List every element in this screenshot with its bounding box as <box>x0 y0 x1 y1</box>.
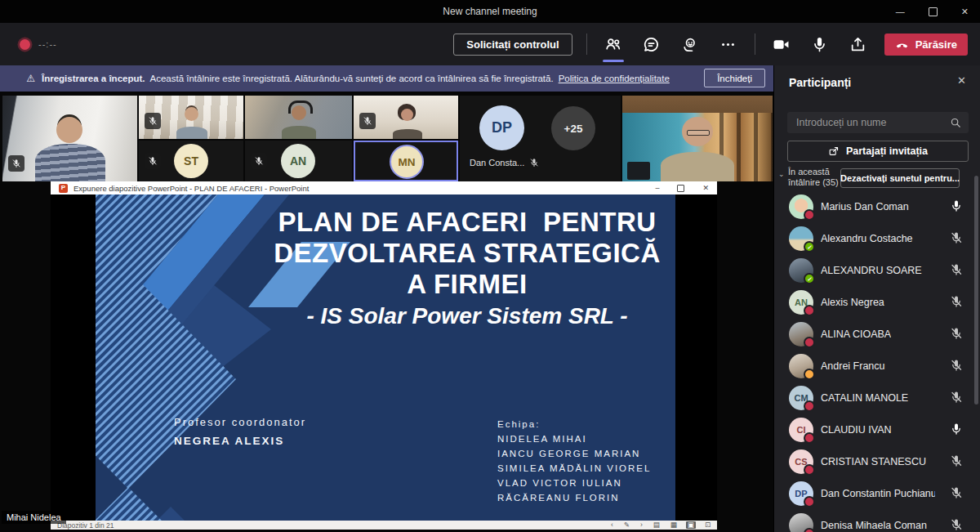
participant-row[interactable]: ✓ Alexandru Costache <box>774 222 980 254</box>
section-label: În această întâlnire (35) <box>788 167 839 188</box>
participant-name-label: Dan Consta... <box>470 158 524 168</box>
ppt-minimize-icon[interactable]: ‒ <box>655 185 659 192</box>
meeting-toolbar: --:-- Solicitați controlul <box>0 23 980 65</box>
avatar: ✓ <box>789 258 813 283</box>
participant-search[interactable] <box>787 112 969 133</box>
leave-button[interactable]: Părăsire <box>884 34 968 56</box>
mic-muted-icon[interactable] <box>950 359 963 372</box>
reactions-icon[interactable] <box>678 29 702 59</box>
maximize-icon[interactable] <box>929 7 938 16</box>
powerpoint-titlebar[interactable]: P Expunere diapozitive PowerPoint - PLAN… <box>51 181 717 194</box>
avatar: DP <box>479 105 524 150</box>
mic-muted-icon[interactable] <box>950 454 963 467</box>
status-busy-icon <box>804 400 815 412</box>
avatar: AN <box>789 290 813 315</box>
pen-tool-icon[interactable]: ✎ <box>622 521 631 529</box>
participants-panel: Participanți ✕ Partajați invitația ⌄ În … <box>773 65 980 532</box>
minimize-icon[interactable]: — <box>896 7 905 16</box>
next-slide-icon[interactable]: › <box>639 521 644 529</box>
avatar: MN <box>390 145 424 179</box>
ppt-maximize-icon[interactable] <box>677 185 684 192</box>
slide-professor-block: Profesor coordonator NEGREA ALEXIS <box>174 416 306 447</box>
status-busy-icon <box>804 432 815 444</box>
monitor <box>627 162 650 180</box>
mic-muted-icon[interactable] <box>950 231 963 244</box>
panel-title: Participanți <box>789 76 851 89</box>
powerpoint-icon: P <box>59 184 68 193</box>
panel-scrollbar[interactable] <box>974 176 978 405</box>
participant-row[interactable]: Andrei Francu <box>774 350 980 382</box>
avatar: CI <box>789 418 813 442</box>
active-tab-underline <box>603 60 624 62</box>
video-tile-participant-3[interactable] <box>245 96 352 139</box>
mic-on-icon[interactable] <box>950 422 963 436</box>
glasses <box>687 130 710 136</box>
presenter-name-overlay: Mihai Nidelea <box>2 511 66 524</box>
participant-row[interactable]: CM CATALIN MANOLE <box>774 382 980 414</box>
participants-icon[interactable] <box>601 29 626 59</box>
muted-mic-badge <box>359 113 376 129</box>
mic-muted-icon[interactable] <box>950 295 963 308</box>
participant-row[interactable]: ✓ ALEXANDRU SOARE <box>774 254 980 286</box>
participant-row[interactable]: Marius Dan Coman <box>774 190 980 222</box>
mic-muted-icon[interactable] <box>950 327 963 340</box>
privacy-policy-link[interactable]: Politica de confidențialitate <box>559 74 670 83</box>
avatar: CS <box>789 449 813 474</box>
avatar <box>789 354 813 378</box>
search-input[interactable] <box>795 116 950 129</box>
ppt-close-icon[interactable]: ✕ <box>702 185 709 192</box>
mic-muted-icon[interactable] <box>950 518 963 531</box>
video-tile-participant-5[interactable] <box>622 96 773 181</box>
muted-mic-badge <box>8 155 24 172</box>
section-chevron-icon[interactable]: ⌄ <box>778 170 785 178</box>
participant-row[interactable]: CI CLAUDIU IVAN <box>774 414 980 445</box>
window-title: New channel meeting <box>0 6 980 17</box>
share-screen-icon[interactable] <box>846 29 871 59</box>
participant-video-face <box>56 117 82 143</box>
avatar <box>789 513 813 532</box>
status-busy-icon <box>804 337 815 348</box>
powerpoint-window-title: Expunere diapozitive PowerPoint - PLAN D… <box>74 184 309 193</box>
request-control-button[interactable]: Solicitați controlul <box>453 34 572 56</box>
hangup-icon <box>895 38 909 51</box>
view-normal-icon[interactable]: ▤ <box>652 521 662 529</box>
chat-icon[interactable] <box>639 29 664 59</box>
participant-list: Marius Dan Coman ✓ Alexandru Costache ✓ … <box>774 190 980 532</box>
muted-mic-badge <box>145 153 161 169</box>
microphone-icon[interactable] <box>808 29 832 59</box>
participant-row[interactable]: ALINA CIOABA <box>774 318 980 350</box>
view-monitor-icon[interactable]: ⊡ <box>703 521 712 529</box>
mic-muted-icon[interactable] <box>950 263 963 276</box>
participant-row[interactable]: DP Dan Constantin Puchianu <box>774 477 980 509</box>
window-titlebar: New channel meeting — ✕ <box>0 0 980 23</box>
share-invite-button[interactable]: Partajați invitația <box>787 141 969 162</box>
mic-muted-icon[interactable] <box>950 391 963 404</box>
close-icon[interactable]: ✕ <box>961 7 969 16</box>
slide-canvas: PLAN DE AFACERI PENTRU DEZVOLTAREA STRAT… <box>96 194 675 521</box>
more-options-icon[interactable] <box>716 29 741 59</box>
camera-icon[interactable] <box>769 29 794 59</box>
muted-mic-badge <box>145 113 161 129</box>
avatar: AN <box>281 144 315 178</box>
audio-participants-tile[interactable]: DP Dan Consta... +25 <box>460 96 621 181</box>
mute-all-button[interactable]: Dezactivați sunetul pentru... <box>840 168 960 188</box>
banner-title: Înregistrarea a început. <box>42 74 145 83</box>
status-busy-icon <box>804 528 815 532</box>
powerpoint-window: P Expunere diapozitive PowerPoint - PLAN… <box>51 181 717 530</box>
mic-muted-icon[interactable] <box>950 486 963 499</box>
muted-mic-badge <box>251 153 267 169</box>
view-slideshow-icon[interactable]: ▣ <box>686 521 696 529</box>
participant-row[interactable]: Denisa Mihaela Coman <box>774 509 980 532</box>
overflow-count-badge[interactable]: +25 <box>551 106 595 150</box>
participant-row[interactable]: AN Alexis Negrea <box>774 286 980 318</box>
participant-row[interactable]: CS CRISTIAN STANESCU <box>774 445 980 477</box>
view-sorter-icon[interactable]: ▦ <box>669 521 679 529</box>
avatar-tile-mn-selected[interactable]: MN <box>354 141 458 181</box>
status-busy-icon <box>804 209 815 221</box>
banner-dismiss-button[interactable]: Închideți <box>704 69 765 87</box>
muted-mic-icon <box>529 158 539 168</box>
previous-slide-icon[interactable]: ‹ <box>609 521 615 529</box>
panel-close-icon[interactable]: ✕ <box>957 74 966 87</box>
status-available-icon: ✓ <box>804 241 815 253</box>
mic-on-icon[interactable] <box>950 199 963 212</box>
